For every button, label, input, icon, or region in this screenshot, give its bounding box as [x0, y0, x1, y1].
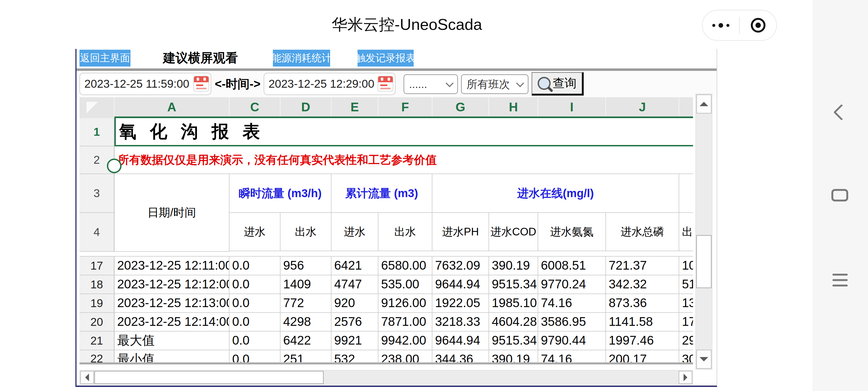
- cell-r21-c7[interactable]: 9790.44: [538, 332, 606, 350]
- subheader-0[interactable]: 进水: [229, 213, 280, 251]
- subheader-4[interactable]: 进水PH: [432, 213, 489, 251]
- cell-r21-c5[interactable]: 9644.94: [432, 332, 489, 350]
- row-header-19[interactable]: 19: [80, 294, 115, 313]
- cell-r18-c0[interactable]: 2023-12-25 12:12:00: [115, 275, 229, 294]
- cell-r22-c6[interactable]: 390.19: [489, 350, 538, 363]
- group-total-flow[interactable]: 累计流量 (m3): [332, 174, 432, 212]
- end-time-input[interactable]: 2023-12-25 12:29:00: [264, 73, 396, 95]
- cell-r19-c9[interactable]: 13: [679, 294, 693, 313]
- more-button[interactable]: [703, 10, 739, 40]
- cell-r21-c9[interactable]: 29: [679, 332, 693, 350]
- row-header-22[interactable]: 22: [80, 350, 115, 363]
- cell-r18-c3[interactable]: 4747: [332, 275, 378, 294]
- cell-r21-c3[interactable]: 9921: [332, 332, 378, 350]
- column-header-H[interactable]: H: [489, 97, 538, 116]
- cell-r21-c1[interactable]: 0.0: [229, 332, 280, 350]
- cell-r17-c9[interactable]: 10: [679, 257, 693, 275]
- cell-r22-c8[interactable]: 200.17: [606, 350, 679, 363]
- cell-r22-c3[interactable]: 532: [332, 350, 378, 363]
- cell-r19-c5[interactable]: 1922.05: [432, 294, 489, 313]
- column-header-A[interactable]: A: [115, 97, 229, 116]
- cell-r22-c4[interactable]: 238.00: [378, 350, 432, 363]
- trigger-report-button[interactable]: 触发记录报表: [358, 50, 414, 66]
- cell-r22-c9[interactable]: 30: [679, 350, 693, 363]
- cell-r17-c2[interactable]: 956: [280, 257, 332, 275]
- column-header-C[interactable]: C: [229, 97, 280, 116]
- row-header-17[interactable]: 17: [80, 257, 115, 275]
- cell-r17-c1[interactable]: 0.0: [229, 257, 280, 275]
- cell-r17-c6[interactable]: 390.19: [489, 257, 538, 275]
- search-button[interactable]: 查询: [532, 72, 584, 95]
- row-header-4[interactable]: 4: [80, 213, 114, 252]
- cell-r19-c2[interactable]: 772: [280, 294, 332, 313]
- cell-r20-c0[interactable]: 2023-12-25 12:14:00: [115, 313, 229, 332]
- cell-r21-c0[interactable]: 最大值: [115, 332, 229, 350]
- cell-r22-c0[interactable]: 最小值: [115, 350, 229, 363]
- row-header-3[interactable]: 3: [80, 174, 114, 213]
- scroll-up-button[interactable]: [696, 94, 712, 113]
- cell-r19-c4[interactable]: 9126.00: [378, 294, 432, 313]
- cell-r19-c1[interactable]: 0.0: [229, 294, 280, 313]
- cell-r17-c3[interactable]: 6421: [332, 257, 378, 275]
- cell-r18-c9[interactable]: 51: [679, 275, 693, 294]
- cell-r17-c8[interactable]: 721.37: [606, 257, 679, 275]
- cell-r17-c0[interactable]: 2023-12-25 12:11:00: [115, 257, 229, 275]
- subheader-6[interactable]: 进水氨氮: [538, 213, 606, 251]
- cell-r17-c5[interactable]: 7632.09: [432, 257, 489, 275]
- column-header-E[interactable]: E: [332, 97, 378, 116]
- energy-stats-button[interactable]: 能源消耗统计: [273, 50, 330, 66]
- home-square-icon[interactable]: [831, 189, 848, 201]
- cell-r20-c9[interactable]: 17: [679, 313, 693, 332]
- subheader-7[interactable]: 进水总磷: [606, 213, 679, 251]
- cell-r21-c4[interactable]: 9942.00: [378, 332, 432, 350]
- row-header-20[interactable]: 20: [80, 313, 115, 332]
- cell-r20-c8[interactable]: 1141.58: [606, 313, 679, 332]
- cell-r20-c5[interactable]: 3218.33: [432, 313, 489, 332]
- back-home-button[interactable]: 返回主界面: [80, 50, 130, 66]
- cell-r19-c7[interactable]: 74.16: [538, 294, 606, 313]
- cell-r22-c7[interactable]: 74.16: [538, 350, 606, 363]
- cell-r20-c2[interactable]: 4298: [280, 313, 332, 332]
- column-header-F[interactable]: F: [378, 97, 432, 116]
- cell-r20-c3[interactable]: 2576: [332, 313, 378, 332]
- scroll-right-button[interactable]: [679, 371, 692, 384]
- group-inlet-online[interactable]: 进水在线(mg/l): [432, 174, 679, 212]
- start-time-input[interactable]: 2023-12-25 11:59:00: [80, 73, 211, 95]
- back-chevron-icon[interactable]: [833, 104, 850, 120]
- cell-r18-c1[interactable]: 0.0: [229, 275, 280, 294]
- scroll-left-button[interactable]: [80, 371, 94, 384]
- horizontal-scrollbar[interactable]: [80, 370, 693, 385]
- filter-dropdown[interactable]: ......: [404, 75, 458, 94]
- cell-r20-c4[interactable]: 7871.00: [378, 313, 432, 332]
- horizontal-scroll-thumb[interactable]: [94, 371, 323, 384]
- subheader-3[interactable]: 出水: [378, 213, 432, 251]
- cell-r19-c8[interactable]: 873.36: [606, 294, 679, 313]
- calendar-icon[interactable]: [193, 76, 209, 91]
- cell-r18-c7[interactable]: 9770.24: [538, 275, 606, 294]
- scroll-down-button[interactable]: [696, 350, 712, 369]
- cell-r22-c1[interactable]: 0.0: [229, 350, 280, 363]
- cell-r21-c6[interactable]: 9515.34: [489, 332, 538, 350]
- subheader-8[interactable]: 出: [679, 213, 693, 251]
- cell-r18-c2[interactable]: 1409: [280, 275, 332, 294]
- cell-r21-c8[interactable]: 1997.46: [606, 332, 679, 350]
- calendar-icon[interactable]: [378, 76, 393, 91]
- cell-r17-c7[interactable]: 6008.51: [538, 257, 606, 275]
- cell-r20-c1[interactable]: 0.0: [229, 313, 280, 332]
- datetime-header-cell[interactable]: 日期/时间: [115, 174, 229, 252]
- subheader-2[interactable]: 进水: [332, 213, 378, 251]
- recents-menu-icon[interactable]: [833, 274, 848, 290]
- subheader-1[interactable]: 出水: [280, 213, 332, 251]
- cell-r20-c6[interactable]: 4604.28: [489, 313, 538, 332]
- cell-r18-c8[interactable]: 342.32: [606, 275, 679, 294]
- select-all-corner[interactable]: [80, 97, 115, 116]
- cell-r18-c6[interactable]: 9515.34: [489, 275, 538, 294]
- row-header-18[interactable]: 18: [80, 275, 115, 294]
- cell-r22-c2[interactable]: 251: [280, 350, 332, 363]
- vertical-scrollbar[interactable]: [695, 94, 712, 369]
- cell-r22-c5[interactable]: 344.36: [432, 350, 489, 363]
- cell-r19-c0[interactable]: 2023-12-25 12:13:00: [115, 294, 229, 313]
- column-header-D[interactable]: D: [280, 97, 332, 116]
- cell-r19-c6[interactable]: 1985.10: [489, 294, 538, 313]
- subheader-5[interactable]: 进水COD: [489, 213, 538, 251]
